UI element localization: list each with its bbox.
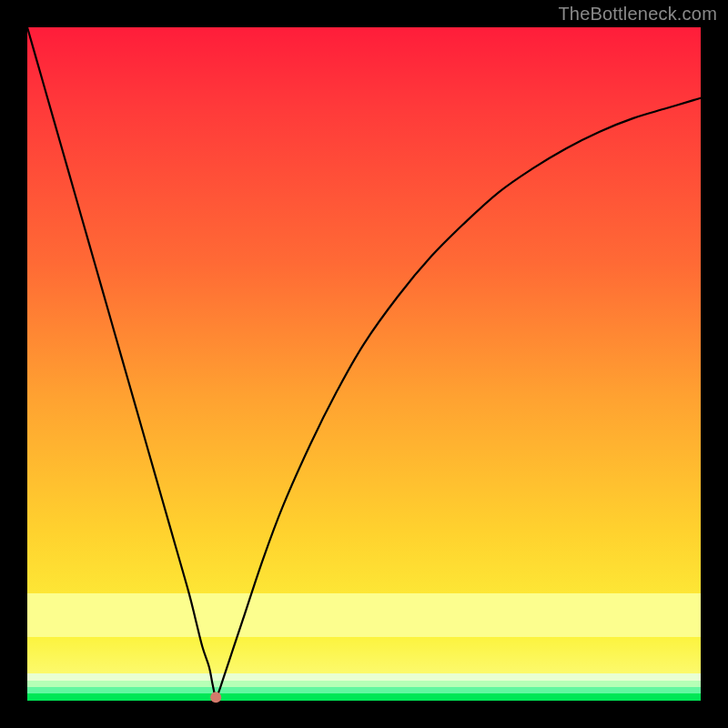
curve-svg (27, 27, 701, 701)
bottleneck-curve (27, 27, 701, 698)
chart-stage: TheBottleneck.com (0, 0, 728, 728)
watermark-text: TheBottleneck.com (558, 4, 717, 25)
minimum-marker (210, 692, 221, 703)
plot-area (27, 27, 701, 701)
